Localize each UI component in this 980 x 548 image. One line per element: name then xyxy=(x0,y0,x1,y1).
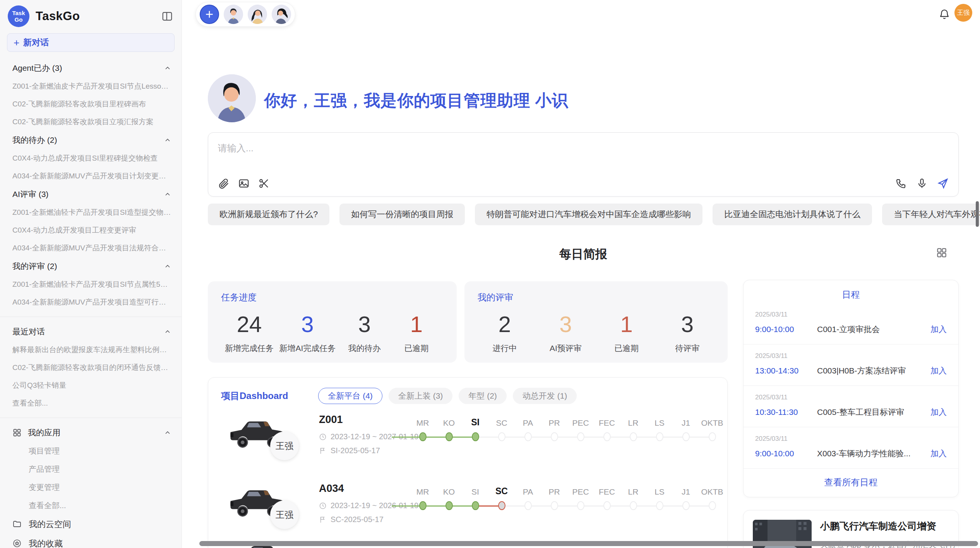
milestone-dot xyxy=(472,501,479,510)
app-item-change-mgmt[interactable]: 变更管理 xyxy=(0,478,182,497)
schedule-date: 2025/03/11 xyxy=(755,352,947,360)
suggestion-chip[interactable]: 如何写一份清晰的项目周报 xyxy=(339,204,465,225)
schedule-date: 2025/03/11 xyxy=(755,311,947,319)
add-member-button[interactable] xyxy=(200,5,219,24)
milestone-chain: MR KO SI SC PA PR PEC FEC LR LS J1 OKTB xyxy=(409,485,725,510)
sidebar-item[interactable]: A034-全新新能源MUV产品开发项目计划变更表编写 xyxy=(0,167,182,185)
schedule-date: 2025/03/11 xyxy=(755,394,947,401)
user-name: 王强 xyxy=(957,9,970,17)
stat-in-progress: 2 进行中 xyxy=(481,312,528,354)
chat-input[interactable] xyxy=(218,140,760,156)
vertical-scrollbar[interactable] xyxy=(976,201,979,227)
horizontal-scrollbar[interactable] xyxy=(199,541,978,546)
sidebar-item[interactable]: Z001-全新燃油轻卡产品开发项目SI造型提交物评审 xyxy=(0,204,182,221)
sidebar-item[interactable]: Z001-全新燃油皮卡产品开发项目SI节点Lesson Learn报告 xyxy=(0,77,182,95)
sidebar-item[interactable]: Z001-全新燃油轻卡产品开发项目SI节点属性5D文件评审 xyxy=(0,276,182,293)
project-row[interactable]: 王强 Z001 2023-12-19 ~ 2027-01-19 SI-2025-… xyxy=(208,411,728,480)
member-avatar[interactable] xyxy=(272,5,291,24)
suggestion-chip[interactable]: 比亚迪全固态电池计划具体说了什么 xyxy=(713,204,872,225)
milestone-dot xyxy=(419,501,427,510)
new-chat-button[interactable]: + 新对话 xyxy=(7,33,175,52)
sidebar-item[interactable]: A034-全新新能源MUV产品开发项目造型可行性评审 xyxy=(0,293,182,311)
favorites-label: 我的收藏 xyxy=(29,538,63,548)
send-icon[interactable] xyxy=(937,178,949,189)
join-link[interactable]: 加入 xyxy=(930,407,947,418)
layout-grid-icon[interactable] xyxy=(936,247,947,259)
my-review-title: 我的评审 xyxy=(478,291,714,303)
milestone-dot xyxy=(656,501,663,510)
suggestion-chip[interactable]: 欧洲新规最近颁布了什么? xyxy=(208,204,329,225)
schedule-item: 2025/03/11 9:00-10:00 C001-立项审批会 加入 xyxy=(744,303,958,344)
chevron-up-icon[interactable] xyxy=(164,190,171,198)
my-review-card: 我的评审 2 进行中 3 AI预评审 1 已逾期 3 待评审 xyxy=(464,281,728,363)
folder-icon xyxy=(12,519,22,529)
tab-new-body[interactable]: 全新上装 (3) xyxy=(389,388,453,404)
chevron-up-icon[interactable] xyxy=(164,136,171,144)
group-header-recent[interactable]: 最近对话 xyxy=(0,322,182,341)
member-avatar[interactable] xyxy=(248,5,267,24)
group-header-agent-done[interactable]: Agent已办 (3) xyxy=(0,59,182,77)
attach-icon[interactable] xyxy=(218,178,230,189)
sidebar-item-cloud-space[interactable]: 我的云空间 xyxy=(0,515,182,534)
mic-icon[interactable] xyxy=(916,178,928,189)
group-header-my-review[interactable]: 我的评审 (2) xyxy=(0,257,182,276)
group-header-my-apps[interactable]: 我的应用 xyxy=(0,423,182,442)
project-dashboard-card: 项目Dashboard 全新平台 (4) 全新上装 (3) 年型 (2) 动总开… xyxy=(208,377,728,548)
project-row[interactable]: 王强 A034 2023-12-19 ~ 2026-01-19 SC-2025-… xyxy=(208,480,728,548)
schedule-card: 日程 2025/03/11 9:00-10:00 C001-立项审批会 加入 2… xyxy=(743,280,959,497)
join-link[interactable]: 加入 xyxy=(930,365,947,376)
view-all-recent[interactable]: 查看全部... xyxy=(0,394,182,412)
sidebar-header: Task Go TaskGo xyxy=(0,0,182,31)
phone-icon[interactable] xyxy=(895,178,907,189)
assistant-avatar xyxy=(208,74,256,122)
sidebar-collapse-icon[interactable] xyxy=(161,10,174,23)
chevron-up-icon[interactable] xyxy=(164,64,171,72)
sidebar-item[interactable]: C02-飞腾新能源轻客改款项目的闭环通告反馈情况 xyxy=(0,359,182,377)
plus-icon: + xyxy=(14,37,19,49)
sidebar-item-favorites[interactable]: 我的收藏 xyxy=(0,534,182,548)
star-circle-icon xyxy=(12,539,22,548)
join-link[interactable]: 加入 xyxy=(930,324,947,335)
schedule-item: 2025/03/11 10:30-11:30 C005-整车工程目标评审 加入 xyxy=(744,386,958,427)
chevron-up-icon[interactable] xyxy=(164,328,171,336)
notification-bell-icon[interactable] xyxy=(939,9,950,20)
sidebar-item[interactable]: C02-飞腾新能源轻客改款项目立项汇报方案 xyxy=(0,113,182,131)
group-label: 最近对话 xyxy=(12,326,45,337)
image-icon[interactable] xyxy=(238,178,250,189)
scissors-icon[interactable] xyxy=(258,178,270,189)
chevron-up-icon[interactable] xyxy=(164,429,171,437)
sidebar-item[interactable]: C02-飞腾新能源轻客改款项目里程碑画布 xyxy=(0,95,182,113)
sidebar-item[interactable]: 公司Q3轻卡销量 xyxy=(0,377,182,394)
milestone-dot xyxy=(709,432,716,441)
app-item-product-mgmt[interactable]: 产品管理 xyxy=(0,460,182,478)
milestone-dot xyxy=(630,501,637,510)
tab-year-model[interactable]: 年型 (2) xyxy=(459,388,507,404)
sidebar-list: Agent已办 (3) Z001-全新燃油皮卡产品开发项目SI节点Lesson … xyxy=(0,52,182,548)
view-all-apps[interactable]: 查看全部... xyxy=(0,497,182,515)
tab-new-platform[interactable]: 全新平台 (4) xyxy=(318,388,382,404)
tab-powertrain[interactable]: 动总开发 (1) xyxy=(513,388,577,404)
stat-pending-review: 3 待评审 xyxy=(664,312,711,354)
schedule-date: 2025/03/11 xyxy=(755,435,947,443)
sidebar-item[interactable]: C0X4-动力总成开发项目SI里程碑提交物检查 xyxy=(0,149,182,167)
milestone-dot xyxy=(656,432,663,441)
view-all-schedule-link[interactable]: 查看所有日程 xyxy=(744,469,958,496)
app-root: Task Go TaskGo + 新对话 Agent已办 (3) Z001-全新… xyxy=(0,0,980,548)
sidebar-item[interactable]: A034-全新新能源MUV产品开发项目法规符合性评审 xyxy=(0,239,182,257)
user-avatar[interactable]: 王强 xyxy=(954,4,972,22)
suggestion-chip[interactable]: 当下年轻人对汽车外观有怎样的喜好趋势 xyxy=(882,204,980,225)
group-header-ai-review[interactable]: AI评审 (3) xyxy=(0,185,182,204)
suggestion-chips: 欧洲新规最近颁布了什么? 如何写一份清晰的项目周报 特朗普可能对进口汽车增税会对… xyxy=(208,204,980,225)
stat-overdue: 1 已逾期 xyxy=(393,312,440,354)
suggestion-chip[interactable]: 特朗普可能对进口汽车增税会对中国车企造成哪些影响 xyxy=(475,204,702,225)
schedule-item: 2025/03/11 13:00-14:30 C003|H0B-方案冻结评审 加… xyxy=(744,344,958,386)
milestone-dot xyxy=(524,432,532,441)
sidebar-item[interactable]: 解释最新出台的欧盟报废车法规再生塑料比例被调至15%... xyxy=(0,341,182,359)
app-item-project-mgmt[interactable]: 项目管理 xyxy=(0,442,182,460)
project-milestone-tag: SI-2025-05-17 xyxy=(319,446,380,455)
group-header-my-todo[interactable]: 我的待办 (2) xyxy=(0,131,182,149)
member-avatar[interactable] xyxy=(224,5,243,24)
sidebar-item[interactable]: C0X4-动力总成开发项目工程变更评审 xyxy=(0,221,182,239)
chevron-up-icon[interactable] xyxy=(164,262,171,270)
join-link[interactable]: 加入 xyxy=(930,448,947,459)
